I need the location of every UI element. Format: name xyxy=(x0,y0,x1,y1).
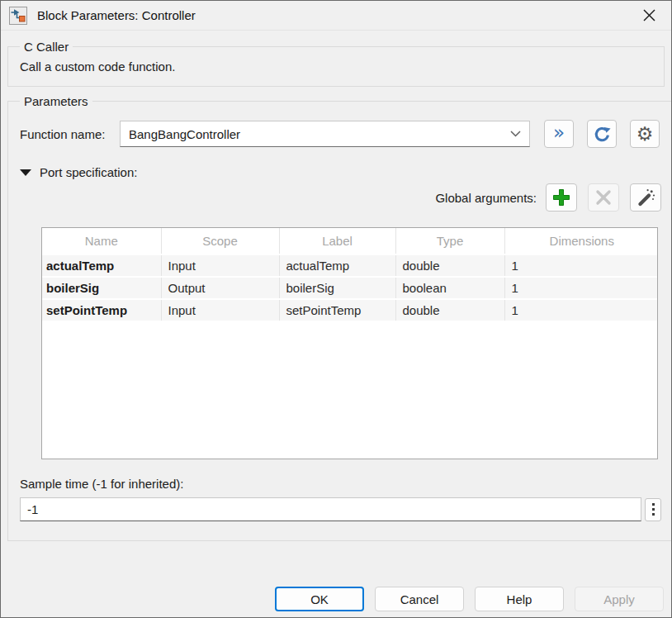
column-header-scope: Scope xyxy=(161,228,279,254)
block-description: Call a custom code function. xyxy=(20,59,652,74)
plus-icon xyxy=(551,188,571,207)
function-name-combobox[interactable]: BangBangController xyxy=(120,121,530,147)
simulink-block-icon xyxy=(9,7,27,25)
cell-name[interactable]: setPointTemp xyxy=(42,299,161,321)
sample-time-row xyxy=(20,497,661,521)
open-function-browser-button[interactable]: » xyxy=(544,120,574,148)
kebab-dot xyxy=(652,503,655,506)
cancel-button[interactable]: Cancel xyxy=(375,587,464,611)
parameters-group: Parameters Function name: BangBangContro… xyxy=(7,94,672,541)
collapse-triangle-icon xyxy=(20,169,31,176)
cell-scope[interactable]: Output xyxy=(161,277,279,299)
table-row[interactable]: boilerSigOutputboilerSigboolean1 xyxy=(42,277,658,299)
port-specification-table[interactable]: Name Scope Label Type Dimensions actualT… xyxy=(41,227,658,459)
dialog-body: C Caller Call a custom code function. Pa… xyxy=(1,31,671,587)
table-header-row: Name Scope Label Type Dimensions xyxy=(42,228,658,254)
sample-time-label: Sample time (-1 for inherited): xyxy=(20,477,661,491)
refresh-icon xyxy=(593,125,612,144)
cell-dimensions[interactable]: 1 xyxy=(504,277,658,299)
function-name-row: Function name: BangBangController » xyxy=(20,120,661,148)
port-specification-toggle[interactable]: Port specification: xyxy=(20,165,201,179)
help-button[interactable]: Help xyxy=(475,587,564,611)
refresh-button[interactable] xyxy=(587,120,617,148)
cell-label[interactable]: boilerSig xyxy=(279,277,395,299)
delete-argument-button[interactable] xyxy=(588,183,619,212)
table-row[interactable]: actualTempInputactualTempdouble1 xyxy=(42,254,658,277)
auto-fill-button[interactable] xyxy=(630,183,661,212)
column-header-label: Label xyxy=(279,228,395,254)
parameters-group-title: Parameters xyxy=(20,94,92,108)
settings-button[interactable]: ⚙ xyxy=(630,120,660,148)
column-header-dimensions: Dimensions xyxy=(504,228,658,254)
add-argument-button[interactable] xyxy=(546,183,577,212)
function-name-value: BangBangController xyxy=(129,127,510,141)
kebab-dot xyxy=(652,508,655,511)
sample-time-input[interactable] xyxy=(20,497,641,521)
double-chevron-icon: » xyxy=(553,123,565,142)
port-specification-label: Port specification: xyxy=(40,165,137,179)
port-table-body: actualTempInputactualTempdouble1boilerSi… xyxy=(42,254,658,321)
sample-time-menu-button[interactable] xyxy=(645,498,661,521)
cell-type[interactable]: double xyxy=(395,299,504,321)
column-header-type: Type xyxy=(395,228,504,254)
cell-dimensions[interactable]: 1 xyxy=(504,299,658,321)
cell-dimensions[interactable]: 1 xyxy=(504,254,658,277)
close-button[interactable] xyxy=(635,3,663,28)
cell-type[interactable]: double xyxy=(395,254,504,277)
cell-scope[interactable]: Input xyxy=(161,299,279,321)
cell-type[interactable]: boolean xyxy=(395,277,504,299)
kebab-dot xyxy=(652,513,655,516)
block-parameters-dialog: Block Parameters: Controller C Caller Ca… xyxy=(0,0,672,618)
cell-label[interactable]: setPointTemp xyxy=(279,299,395,321)
function-name-label: Function name: xyxy=(20,127,120,141)
cell-name[interactable]: boilerSig xyxy=(42,277,161,299)
global-arguments-label: Global arguments: xyxy=(435,191,537,205)
column-header-name: Name xyxy=(42,228,161,254)
magic-wand-icon xyxy=(636,188,655,207)
apply-button[interactable]: Apply xyxy=(575,587,664,611)
delete-x-icon xyxy=(595,189,612,206)
titlebar: Block Parameters: Controller xyxy=(1,1,671,31)
cell-label[interactable]: actualTemp xyxy=(279,254,395,277)
window-title: Block Parameters: Controller xyxy=(37,8,196,22)
close-icon xyxy=(642,8,656,22)
gear-icon: ⚙ xyxy=(637,125,654,144)
chevron-down-icon xyxy=(510,131,521,137)
ok-button[interactable]: OK xyxy=(275,587,364,611)
table-row[interactable]: setPointTempInputsetPointTempdouble1 xyxy=(42,299,658,321)
cell-scope[interactable]: Input xyxy=(161,254,279,277)
description-group: C Caller Call a custom code function. xyxy=(7,40,665,87)
dialog-footer: OK Cancel Help Apply xyxy=(1,587,671,617)
global-arguments-row: Global arguments: xyxy=(20,183,661,212)
cell-name[interactable]: actualTemp xyxy=(42,254,161,277)
description-group-title: C Caller xyxy=(20,40,73,54)
